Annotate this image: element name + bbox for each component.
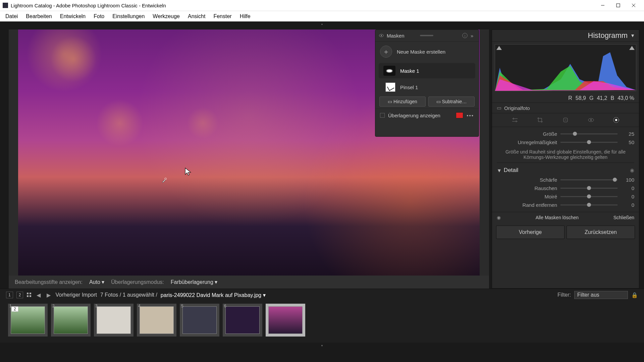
svg-rect-17 bbox=[27, 295, 29, 297]
slider-moire-value: 0 bbox=[621, 194, 634, 199]
histogram-collapse-icon[interactable]: ▼ bbox=[630, 33, 635, 38]
screen-2-toggle[interactable]: 2 bbox=[16, 292, 23, 298]
menu-ansicht[interactable]: Ansicht bbox=[184, 12, 209, 21]
slider-groesse[interactable] bbox=[560, 133, 618, 134]
crop-icon[interactable] bbox=[537, 117, 543, 123]
slider-groesse-label: Größe bbox=[497, 131, 557, 137]
slider-rand-value: 0 bbox=[621, 202, 634, 208]
nav-forward-icon[interactable]: ▶ bbox=[45, 292, 52, 298]
delete-all-masks-button[interactable]: Alle Masken löschen bbox=[504, 215, 610, 220]
svg-point-12 bbox=[381, 35, 382, 36]
mouse-cursor-icon bbox=[184, 167, 193, 176]
original-checkbox[interactable]: ▭ bbox=[497, 105, 501, 111]
screen-1-toggle[interactable]: 1 bbox=[6, 292, 13, 298]
slider-unregel-label: Unregelmäßigkeit bbox=[497, 139, 557, 145]
thumbnail-2[interactable]: 2 bbox=[51, 304, 91, 337]
grid-view-icon[interactable] bbox=[26, 292, 32, 298]
mask-visibility-icon[interactable]: ◉ bbox=[497, 215, 501, 220]
mask-name: Maske 1 bbox=[400, 68, 419, 74]
slider-schaerfe-value: 100 bbox=[621, 177, 634, 183]
overlay-mode-label: Überlagerungsmodus: bbox=[111, 279, 164, 285]
masks-collapse-icon[interactable]: » bbox=[471, 33, 475, 39]
svg-point-8 bbox=[590, 119, 592, 121]
detail-collapse-icon[interactable]: ▼ bbox=[497, 168, 502, 173]
mask-thumbnail bbox=[383, 66, 395, 76]
close-masking-button[interactable]: Schließen bbox=[613, 215, 634, 220]
menu-werkzeuge[interactable]: Werkzeuge bbox=[149, 12, 184, 21]
app-icon bbox=[3, 3, 8, 8]
overlay-checkbox-label: Überlagerung anzeigen bbox=[388, 113, 440, 118]
heal-icon[interactable] bbox=[562, 117, 569, 123]
shadow-clipping-icon[interactable] bbox=[496, 46, 502, 50]
close-button[interactable] bbox=[626, 0, 641, 11]
reset-button[interactable]: Zurücksetzen bbox=[567, 226, 635, 239]
svg-point-10 bbox=[615, 119, 617, 121]
maximize-button[interactable] bbox=[610, 0, 626, 11]
minimize-button[interactable] bbox=[595, 0, 610, 11]
right-panel: Histogramm ▼ R58,9 G41,2 B43,0 % ▭ Origi… bbox=[492, 29, 639, 289]
window-title-bar: Lightroom Catalog - Adobe Photoshop Ligh… bbox=[0, 0, 644, 11]
slider-rauschen[interactable] bbox=[560, 188, 618, 189]
filter-dropdown[interactable]: Filter aus bbox=[574, 291, 628, 299]
local-tools-row bbox=[492, 113, 639, 127]
mask-subtract-button[interactable]: ▭ Subtrahie… bbox=[428, 97, 475, 107]
slider-unregel[interactable] bbox=[560, 142, 618, 143]
overlay-more-icon[interactable]: ••• bbox=[467, 113, 474, 118]
current-filename[interactable]: paris-2499022 David Mark auf Pixabay.jpg… bbox=[161, 292, 266, 298]
slider-rauschen-label: Rauschen bbox=[497, 185, 557, 191]
menu-entwickeln[interactable]: Entwickeln bbox=[56, 12, 90, 21]
menu-fenster[interactable]: Fenster bbox=[209, 12, 235, 21]
slider-moire[interactable] bbox=[560, 196, 618, 197]
menu-bearbeiten[interactable]: Bearbeiten bbox=[22, 12, 56, 21]
original-photo-label: Originalfoto bbox=[504, 105, 530, 111]
new-mask-button[interactable]: ＋ bbox=[380, 46, 392, 58]
menu-hilfe[interactable]: Hilfe bbox=[236, 12, 255, 21]
thumbnail-4[interactable]: 4 bbox=[137, 304, 176, 337]
filmstrip: 1 2 2 3 4 5 6 7 bbox=[0, 301, 644, 343]
menu-foto[interactable]: Foto bbox=[90, 12, 108, 21]
masking-icon[interactable] bbox=[613, 117, 620, 123]
detail-section-title: Detail bbox=[504, 167, 518, 174]
thumbnail-1[interactable]: 1 2 bbox=[8, 304, 48, 337]
thumbnail-6[interactable]: 6 bbox=[223, 304, 262, 337]
menu-einstellungen[interactable]: Einstellungen bbox=[108, 12, 149, 21]
redeye-icon[interactable] bbox=[588, 117, 594, 123]
nav-back-icon[interactable]: ◀ bbox=[35, 292, 42, 298]
slider-rand[interactable] bbox=[560, 204, 618, 205]
grain-hint-text: Größe und Rauheit sind globale Einstellu… bbox=[497, 146, 634, 163]
adjust-icon[interactable] bbox=[512, 117, 518, 123]
svg-rect-15 bbox=[27, 293, 29, 294]
bottom-panel-handle[interactable] bbox=[0, 343, 644, 349]
histogram[interactable] bbox=[495, 44, 636, 91]
masks-info-icon[interactable]: i bbox=[462, 33, 468, 39]
stack-badge: 2 bbox=[11, 306, 18, 312]
filter-lock-icon[interactable]: 🔒 bbox=[631, 292, 638, 298]
rgb-readout: R58,9 G41,2 B43,0 % bbox=[492, 94, 639, 103]
mask-item-1[interactable]: Maske 1 bbox=[379, 63, 475, 78]
top-panel-handle[interactable] bbox=[0, 21, 644, 26]
brush-item-1[interactable]: Pinsel 1 bbox=[375, 80, 479, 95]
mask-add-button[interactable]: ▭ Hinzufügen bbox=[379, 97, 426, 107]
svg-point-4 bbox=[164, 178, 166, 180]
masks-drag-handle[interactable] bbox=[420, 35, 433, 36]
filter-label: Filter: bbox=[557, 292, 571, 298]
detail-eye-icon[interactable]: ◉ bbox=[630, 167, 634, 173]
masks-eye-icon[interactable] bbox=[379, 33, 384, 38]
previous-button[interactable]: Vorherige bbox=[496, 226, 565, 239]
menu-datei[interactable]: Datei bbox=[1, 12, 22, 21]
window-title: Lightroom Catalog - Adobe Photoshop Ligh… bbox=[11, 3, 595, 8]
overlay-mode-dropdown[interactable]: Farbüberlagerung ▾ bbox=[171, 279, 218, 285]
thumbnail-3[interactable]: 3 bbox=[94, 304, 133, 337]
slider-groesse-value: 25 bbox=[621, 131, 634, 137]
thumbnail-7[interactable]: 7 bbox=[266, 304, 305, 337]
breadcrumb-source[interactable]: Vorheriger Import bbox=[55, 292, 97, 298]
overlay-checkbox[interactable] bbox=[380, 113, 385, 118]
edit-pins-dropdown[interactable]: Auto ▾ bbox=[89, 279, 104, 285]
svg-text:i: i bbox=[465, 34, 465, 38]
slider-schaerfe[interactable] bbox=[560, 179, 618, 180]
highlight-clipping-icon[interactable] bbox=[629, 46, 635, 50]
slider-schaerfe-label: Schärfe bbox=[497, 177, 557, 183]
thumbnail-5[interactable]: 5 bbox=[180, 304, 219, 337]
overlay-color-swatch[interactable] bbox=[456, 112, 463, 118]
slider-rand-label: Rand entfernen bbox=[497, 202, 557, 208]
